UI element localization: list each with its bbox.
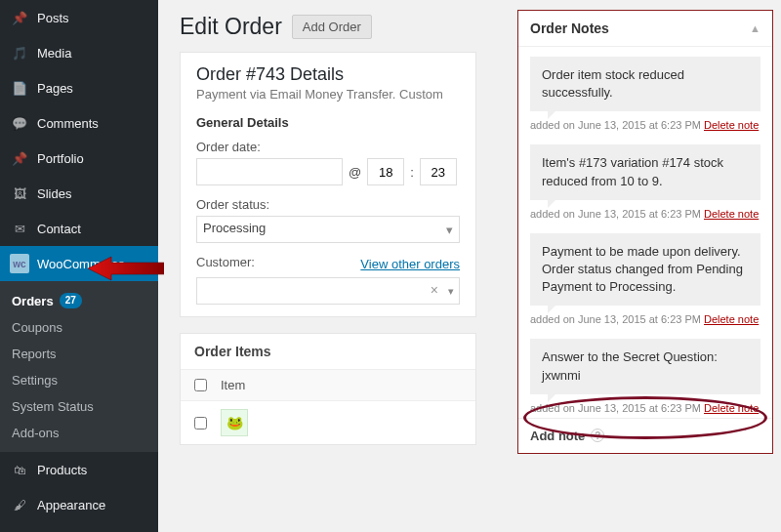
comment-icon: 💬 <box>10 113 29 133</box>
table-row: 🐸 <box>181 401 475 444</box>
sidebar-item-pages[interactable]: 📄Pages <box>0 70 158 105</box>
sidebar-item-media[interactable]: 🎵Media <box>0 35 158 70</box>
woocommerce-icon: wc <box>10 254 29 273</box>
add-note-label: Add note <box>530 429 585 443</box>
submenu-item-reports[interactable]: Reports <box>0 341 158 367</box>
note-meta: added on June 13, 2015 at 6:23 PM Delete… <box>518 396 772 418</box>
admin-sidebar: 📌Posts 🎵Media 📄Pages 💬Comments 📌Portfoli… <box>0 0 158 532</box>
column-item-label: Item <box>221 378 245 392</box>
product-thumbnail[interactable]: 🐸 <box>221 409 248 436</box>
order-note: Payment to be made upon delivery. Order … <box>530 233 760 307</box>
page-title: Edit Order <box>180 14 282 40</box>
order-details-panel: Order #743 Details Payment via Email Mon… <box>180 52 476 317</box>
add-order-button[interactable]: Add Order <box>292 15 372 39</box>
toggle-panel-icon[interactable]: ▲ <box>750 22 760 34</box>
submenu-item-addons[interactable]: Add-ons <box>0 420 158 446</box>
slides-icon: 🖼 <box>10 184 29 203</box>
products-icon: 🛍 <box>10 460 29 479</box>
note-body: Order item stock reduced successfully. <box>530 57 760 111</box>
order-details-heading: Order #743 Details <box>196 64 460 85</box>
note-meta: added on June 13, 2015 at 6:23 PM Delete… <box>518 202 772 224</box>
customer-label: Customer: <box>196 255 255 269</box>
note-meta: added on June 13, 2015 at 6:23 PM Delete… <box>518 113 772 135</box>
order-hour-input[interactable] <box>367 158 404 185</box>
order-notes-heading: Order Notes <box>530 20 609 36</box>
note-meta: added on June 13, 2015 at 6:23 PM Delete… <box>518 307 772 329</box>
note-body: Payment to be made upon delivery. Order … <box>530 233 760 307</box>
time-colon: : <box>410 165 414 180</box>
chevron-down-icon: ▾ <box>446 223 453 237</box>
help-icon[interactable]: ? <box>591 429 604 442</box>
order-payment-line: Payment via Email Money Transfer. Custom <box>196 87 460 102</box>
sidebar-item-woocommerce[interactable]: wcWooCommerce <box>0 246 158 281</box>
order-minute-input[interactable] <box>420 158 457 185</box>
order-date-input[interactable] <box>196 158 343 185</box>
note-body: Answer to the Secret Question: jxwnmi <box>530 339 760 393</box>
media-icon: 🎵 <box>10 43 29 62</box>
orders-count-badge: 27 <box>60 293 82 308</box>
submenu-item-settings[interactable]: Settings <box>0 367 158 393</box>
order-items-panel: Order Items Item 🐸 <box>180 333 476 445</box>
sidebar-item-comments[interactable]: 💬Comments <box>0 105 158 141</box>
order-date-label: Order date: <box>196 140 460 154</box>
sidebar-item-portfolio[interactable]: 📌Portfolio <box>0 141 158 176</box>
order-notes-panel: Order Notes ▲ Order item stock reduced s… <box>517 10 773 454</box>
general-details-heading: General Details <box>196 115 460 130</box>
sidebar-item-posts[interactable]: 📌Posts <box>0 0 158 35</box>
sidebar-item-plugins[interactable]: 🔌Plugins6 <box>0 522 158 532</box>
item-checkbox[interactable] <box>194 417 207 430</box>
submenu-item-system-status[interactable]: System Status <box>0 393 158 420</box>
delete-note-link[interactable]: Delete note <box>704 313 759 325</box>
sidebar-item-appearance[interactable]: 🖌Appearance <box>0 487 158 522</box>
order-items-heading: Order Items <box>181 334 475 370</box>
appearance-icon: 🖌 <box>10 495 29 514</box>
select-all-items-checkbox[interactable] <box>194 379 207 391</box>
order-status-select[interactable]: Processing ▾ <box>196 216 460 243</box>
items-table-header: Item <box>181 370 475 401</box>
submenu-item-coupons[interactable]: Coupons <box>0 314 158 341</box>
add-note-row: Add note ? <box>518 418 772 453</box>
pin-icon: 📌 <box>10 148 29 168</box>
order-date-row: @ : <box>196 158 460 185</box>
delete-note-link[interactable]: Delete note <box>704 208 759 220</box>
delete-note-link[interactable]: Delete note <box>704 119 759 131</box>
chevron-down-icon[interactable]: ▾ <box>448 285 454 298</box>
mail-icon: ✉ <box>10 219 29 238</box>
note-body: Item's #173 variation #174 stock reduced… <box>530 144 760 199</box>
customer-input[interactable] <box>196 277 460 305</box>
order-note: Answer to the Secret Question: jxwnmi <box>530 339 760 393</box>
sidebar-item-products[interactable]: 🛍Products <box>0 452 158 487</box>
woocommerce-submenu: Orders27 Coupons Reports Settings System… <box>0 281 158 452</box>
delete-note-link[interactable]: Delete note <box>704 402 759 414</box>
at-symbol: @ <box>349 165 361 180</box>
pin-icon: 📌 <box>10 8 29 27</box>
sidebar-item-contact[interactable]: ✉Contact <box>0 211 158 246</box>
submenu-item-orders[interactable]: Orders27 <box>0 287 158 314</box>
page-icon: 📄 <box>10 78 29 98</box>
order-note: Item's #173 variation #174 stock reduced… <box>530 144 760 199</box>
order-status-label: Order status: <box>196 197 460 212</box>
view-other-orders-link[interactable]: View other orders <box>360 257 460 271</box>
order-note: Order item stock reduced successfully. <box>530 57 760 111</box>
clear-customer-icon[interactable]: × <box>431 282 438 298</box>
sidebar-item-slides[interactable]: 🖼Slides <box>0 176 158 211</box>
